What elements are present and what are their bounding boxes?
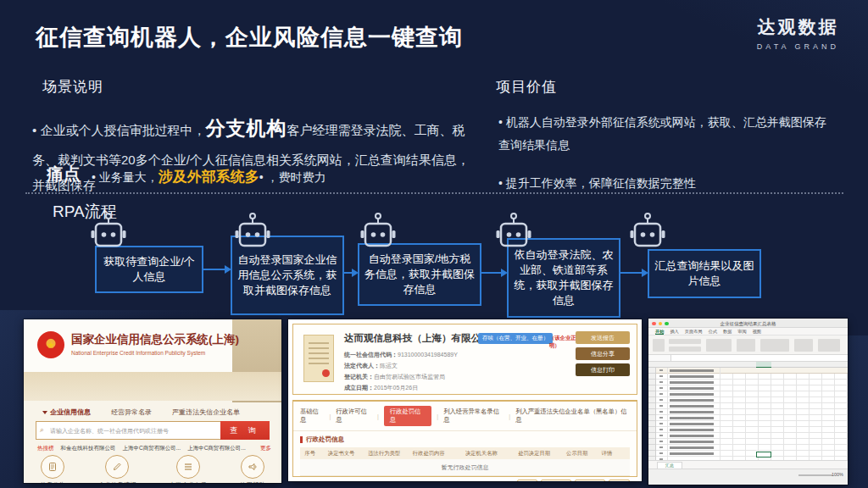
search-button[interactable]: 查 询: [220, 421, 270, 440]
table-footer: 共 查询到 0 条记录 共 0 页 首页 « 上一页 下一页 » 末页: [300, 480, 630, 481]
gov-tab-credit-info[interactable]: 企业信用信息: [42, 408, 91, 417]
pain-point-label: 痛点: [47, 163, 81, 186]
field-label: 法定代表人：: [344, 363, 380, 369]
gov-tab-bar: 企业信用信息 经营异常名录 严重违法失信企业名单: [42, 408, 240, 417]
flow-arrow-icon: [203, 269, 225, 270]
prev-page-button[interactable]: « 上一页: [541, 480, 571, 481]
business-license-thumbnail: [303, 335, 334, 382]
brand-logo: 达观数据 DATA GRAND: [757, 15, 839, 51]
last-page-button[interactable]: 末页: [609, 480, 630, 481]
screenshot-gov-site: ★ 国家企业信用信息公示系统(上海) National Enterprise C…: [24, 319, 281, 483]
hot-item[interactable]: 和金在线科技有限公司: [61, 445, 116, 452]
ribbon-tab-layout[interactable]: 页面布局: [685, 329, 703, 335]
font-name-box[interactable]: [669, 339, 701, 344]
gov-tab-abnormal-list[interactable]: 经营异常名录: [111, 408, 152, 417]
national-emblem-icon: ★: [37, 331, 64, 358]
first-page-button[interactable]: 首页: [517, 480, 538, 481]
value-heading: 项目价值: [496, 77, 557, 97]
field-founded: 成立日期：2015年05月26日: [344, 383, 458, 394]
flow-arrow-icon: [620, 272, 643, 274]
field-credit-code: 统一社会信用代码：91310000341984589Y: [344, 350, 458, 361]
robot-icon: [359, 212, 397, 252]
ribbon-tab-home[interactable]: 开始: [655, 329, 664, 335]
quick-link-help[interactable]: 使用帮助: [240, 455, 265, 483]
status-badge: 存续（在营、开业、在册）: [478, 333, 553, 344]
tab-basic-info[interactable]: 基础信息: [300, 408, 324, 424]
brand-logo-en: DATA GRAND: [757, 42, 839, 51]
col-decision-date: 处罚决定日期: [511, 450, 557, 458]
penalty-section-header: 行政处罚信息: [293, 431, 637, 446]
sheet-tab-bar: 汇总: [648, 460, 848, 469]
gov-site-title: 国家企业信用信息公示系统(上海): [71, 332, 239, 347]
quick-link-announcements[interactable]: 信息公告: [40, 455, 65, 483]
hot-item[interactable]: 上海中C商贸有限公司...: [187, 445, 246, 452]
robot-icon: [90, 212, 127, 252]
excel-ribbon-tabs: 开始 插入 页面布局 公式 数据 审阅 视图: [648, 328, 848, 336]
print-info-button[interactable]: 信息打印: [576, 363, 630, 376]
ribbon-tab-data[interactable]: 数据: [723, 329, 732, 335]
hot-label: 热搜榜: [37, 445, 54, 452]
cells-controls[interactable]: [794, 339, 813, 352]
column-index-values: [656, 368, 668, 460]
quick-link-sme-directory[interactable]: 小微企业名录: [169, 455, 207, 483]
tab-separator: |: [329, 413, 331, 420]
quick-link-label: 信息公告: [40, 481, 65, 483]
ribbon-tab-insert[interactable]: 插入: [670, 329, 678, 335]
ribbon-tab-view[interactable]: 视图: [753, 329, 761, 335]
gov-hot-searches: 热搜榜 和金在线科技有限公司 上海中C商贸有限公司... 上海中C商贸有限公司.…: [37, 445, 271, 452]
editing-controls[interactable]: [818, 339, 840, 352]
gov-tab-blacklist[interactable]: 严重违法失信企业名单: [172, 408, 240, 417]
number-format-controls[interactable]: [737, 339, 755, 352]
row-headers: [648, 368, 656, 460]
ribbon-tab-formulas[interactable]: 公式: [709, 329, 717, 335]
rpa-step-4-label: 依自动登录法院、农业部、铁道部等系统，获取并截图保存信息: [513, 247, 615, 309]
rpa-step-2-label: 自动登录国家企业信用信息公示系统，获取并截图保存信息: [236, 252, 338, 299]
tab-separator: |: [509, 413, 510, 420]
col-doc-no: 决定书文号: [320, 450, 363, 458]
share-info-button[interactable]: 信息分享: [576, 347, 630, 360]
excel-window-title: 企业征信查询结果汇总表格: [648, 321, 848, 327]
font-style-controls[interactable]: [669, 347, 701, 352]
quick-link-label: 企业信息填报: [98, 481, 136, 483]
zoom-slider[interactable]: [798, 474, 832, 476]
pain-text-post: ，费时费力: [259, 170, 326, 184]
scenario-text-emphasis: 分支机构: [205, 117, 287, 139]
tab-blacklist[interactable]: 列入严重违法失信企业名单（黑名单）信息: [515, 408, 630, 424]
pen-icon: [105, 455, 129, 479]
styles-controls[interactable]: [760, 339, 789, 352]
flow-arrow-icon: [344, 272, 353, 274]
selected-column-header: [756, 362, 771, 368]
pagination: 首页 « 上一页 下一页 » 末页: [517, 480, 631, 481]
search-input[interactable]: [36, 421, 220, 440]
hot-item[interactable]: 上海中C商贸有限公司...: [123, 445, 181, 452]
ribbon-tab-review[interactable]: 审阅: [737, 329, 746, 335]
tab-abnormal-list[interactable]: 列入经营异常名录信息: [443, 408, 504, 424]
spreadsheet-grid[interactable]: [648, 362, 848, 460]
quick-link-filing[interactable]: 企业信息填报: [98, 455, 136, 483]
page-title: 征信查询机器人，企业风险信息一键查询: [36, 22, 463, 53]
more-link[interactable]: 更多: [260, 445, 271, 452]
gov-site-subtitle: National Enterprise Credit Information P…: [71, 350, 205, 356]
section-marker: [300, 436, 303, 443]
formula-bar[interactable]: [648, 355, 848, 362]
slide-canvas: 征信查询机器人，企业风险信息一键查询 达观数据 DATA GRAND 场景说明 …: [0, 0, 868, 488]
col-authority: 决定机关名称: [452, 450, 511, 458]
send-report-button[interactable]: 发送报告: [576, 331, 630, 344]
penalty-table-header: 序号 决定书文号 违法行为类型 行政处罚内容 决定机关名称 处罚决定日期 公示日…: [300, 447, 630, 459]
field-label: 登记机关：: [344, 374, 374, 380]
column-content-values: [668, 368, 721, 460]
alignment-controls[interactable]: [706, 339, 732, 352]
col-detail: 详情: [597, 450, 616, 458]
selected-cell[interactable]: [756, 452, 771, 458]
ribbon-control[interactable]: [653, 339, 665, 352]
tab-admin-license[interactable]: 行政许可信息: [336, 408, 372, 424]
next-page-button[interactable]: 下一页 »: [575, 480, 605, 481]
tab-separator: |: [437, 413, 438, 420]
list-icon: [176, 455, 200, 479]
company-action-buttons: 发送报告 信息分享 信息打印: [576, 331, 630, 376]
gov-tab-label: 企业信用信息: [50, 408, 91, 416]
emblem-star: ★: [47, 341, 55, 350]
screenshot-excel: 企业征信查询结果汇总表格 开始 插入 页面布局 公式 数据 审阅 视图: [648, 319, 848, 485]
col-publish-date: 公示日期: [557, 450, 597, 458]
tab-admin-penalty[interactable]: 行政处罚信息: [384, 406, 432, 426]
